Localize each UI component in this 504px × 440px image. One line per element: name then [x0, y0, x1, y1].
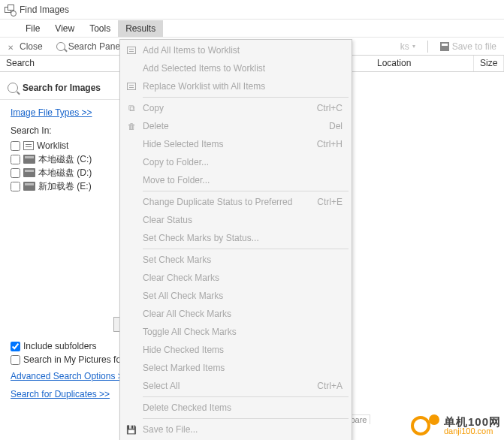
- menu-item[interactable]: Save to File...: [120, 420, 352, 438]
- menu-separator: [143, 249, 349, 249]
- blank-icon: [123, 254, 140, 266]
- menu-item-label: Add Selected Items to Worklist: [140, 63, 346, 74]
- column-size[interactable]: Size: [474, 56, 504, 71]
- menu-item-label: Set Check Marks: [140, 255, 346, 265]
- menu-item-label: Select Marked Items: [140, 363, 346, 373]
- blank-icon: [123, 138, 140, 150]
- drive-icon: [23, 168, 35, 177]
- tree-checkbox[interactable]: [11, 155, 20, 164]
- image-file-types-link[interactable]: Image File Types >>: [0, 106, 103, 119]
- column-location[interactable]: Location: [368, 56, 474, 71]
- menu-item[interactable]: Copy to Folder...: [120, 153, 352, 171]
- blank-icon: [123, 174, 140, 186]
- menu-separator: [143, 396, 349, 397]
- menu-item-label: Move to Folder...: [140, 175, 346, 185]
- blank-icon: [123, 156, 140, 168]
- menu-item-label: Replace Worklist with All Items: [140, 81, 346, 92]
- menu-item[interactable]: Set All Check Marks: [120, 287, 352, 305]
- include-subfolders-checkbox[interactable]: [11, 342, 20, 351]
- menu-item-shortcut: Ctrl+H: [317, 139, 346, 149]
- search-icon: [8, 83, 18, 93]
- menu-item-shortcut: Del: [329, 121, 346, 131]
- menu-item[interactable]: Clear Check Marks: [120, 269, 352, 287]
- menu-tools[interactable]: Tools: [82, 20, 118, 37]
- disk-icon: [123, 423, 140, 435]
- menu-item[interactable]: Move to Folder...: [120, 171, 352, 189]
- tree-checkbox[interactable]: [11, 182, 20, 191]
- menu-item[interactable]: CopyCtrl+C: [120, 99, 352, 117]
- menu-item[interactable]: Add All Items to Worklist: [120, 41, 352, 59]
- blank-icon: [123, 214, 140, 226]
- menu-item-label: Set All Check Marks: [140, 291, 346, 301]
- menu-item-shortcut: Ctrl+C: [317, 103, 346, 113]
- menu-item-label: Add All Items to Worklist: [140, 45, 346, 56]
- menu-item-label: Clear All Check Marks: [140, 309, 346, 319]
- menu-item[interactable]: Change Duplicate Status to PreferredCtrl…: [120, 193, 352, 211]
- menu-item[interactable]: Hide Checked Items: [120, 341, 352, 359]
- menu-item[interactable]: Delete Checked Items: [120, 399, 352, 417]
- toolbar-save-label: Save to file: [452, 41, 496, 52]
- menu-item[interactable]: Add Selected Items to Worklist: [120, 59, 352, 77]
- search-icon: [56, 42, 65, 51]
- menu-item-label: Copy to Folder...: [140, 157, 346, 167]
- menu-item[interactable]: Select AllCtrl+A: [120, 377, 352, 395]
- wl-icon: [123, 44, 140, 56]
- blank-icon: [123, 62, 140, 74]
- tree-item-label: 本地磁盘 (D:): [38, 167, 92, 179]
- menu-bar: File View Tools Results: [0, 20, 504, 38]
- menu-item[interactable]: Set Check Marks by Status...: [120, 229, 352, 247]
- menu-item[interactable]: DeleteDel: [120, 117, 352, 135]
- wl-icon: [123, 80, 140, 92]
- search-mypictures-checkbox[interactable]: [11, 355, 20, 365]
- menu-separator: [143, 191, 349, 191]
- menu-item-label: Delete: [140, 121, 329, 131]
- toolbar-separator: [427, 41, 428, 53]
- tree-checkbox[interactable]: [11, 168, 20, 178]
- menu-item-label: Select All: [140, 381, 317, 391]
- menu-file[interactable]: File: [18, 20, 47, 37]
- menu-item[interactable]: Clear Status: [120, 211, 352, 229]
- toolbar-search-pane-button[interactable]: Search Pane: [52, 40, 125, 53]
- menu-item-label: Clear Status: [140, 215, 346, 225]
- watermark-line2: danji100.com: [444, 427, 501, 435]
- toolbar-marks-button[interactable]: ks ▾: [396, 40, 420, 53]
- menu-item[interactable]: Clear All Check Marks: [120, 305, 352, 323]
- drive-icon: [23, 182, 35, 191]
- menu-item-label: Hide Selected Items: [140, 139, 317, 149]
- chevron-down-icon: ▾: [412, 43, 415, 50]
- close-icon: [8, 42, 17, 51]
- menu-separator: [143, 418, 349, 419]
- blank-icon: [123, 326, 140, 338]
- tree-item-label: 新加载卷 (E:): [38, 180, 92, 193]
- blank-icon: [123, 380, 140, 392]
- toolbar-close-button[interactable]: Close: [3, 40, 47, 53]
- watermark-line1: 单机100网: [444, 416, 501, 427]
- menu-item[interactable]: Hide Selected ItemsCtrl+H: [120, 135, 352, 153]
- blank-icon: [123, 308, 140, 320]
- window-titlebar: Find Images: [0, 0, 504, 20]
- tree-item-label: Worklist: [37, 140, 68, 151]
- menu-item[interactable]: Select Marked Items: [120, 359, 352, 377]
- menu-item[interactable]: Set Check Marks: [120, 251, 352, 269]
- blank-icon: [123, 402, 140, 414]
- menu-item-label: Clear Check Marks: [140, 273, 346, 283]
- menu-item-shortcut: Ctrl+A: [317, 381, 346, 391]
- menu-view[interactable]: View: [47, 20, 82, 37]
- menu-item-label: Hide Checked Items: [140, 345, 346, 355]
- worklist-icon: [23, 141, 34, 150]
- tree-item-label: 本地磁盘 (C:): [38, 153, 92, 166]
- menu-item[interactable]: Toggle All Check Marks: [120, 323, 352, 341]
- toolbar-search-pane-label: Search Pane: [68, 41, 120, 52]
- toolbar-save-button[interactable]: Save to file: [436, 40, 501, 53]
- window-title: Find Images: [20, 5, 69, 15]
- blank-icon: [123, 344, 140, 356]
- blank-icon: [123, 362, 140, 374]
- tree-checkbox[interactable]: [11, 141, 20, 151]
- blank-icon: [123, 272, 140, 284]
- column-search[interactable]: Search: [0, 56, 120, 71]
- drive-icon: [23, 155, 35, 164]
- menu-results[interactable]: Results: [118, 20, 163, 37]
- menu-item[interactable]: Replace Worklist with All Items: [120, 77, 352, 95]
- blank-icon: [123, 232, 140, 244]
- blank-icon: [123, 290, 140, 302]
